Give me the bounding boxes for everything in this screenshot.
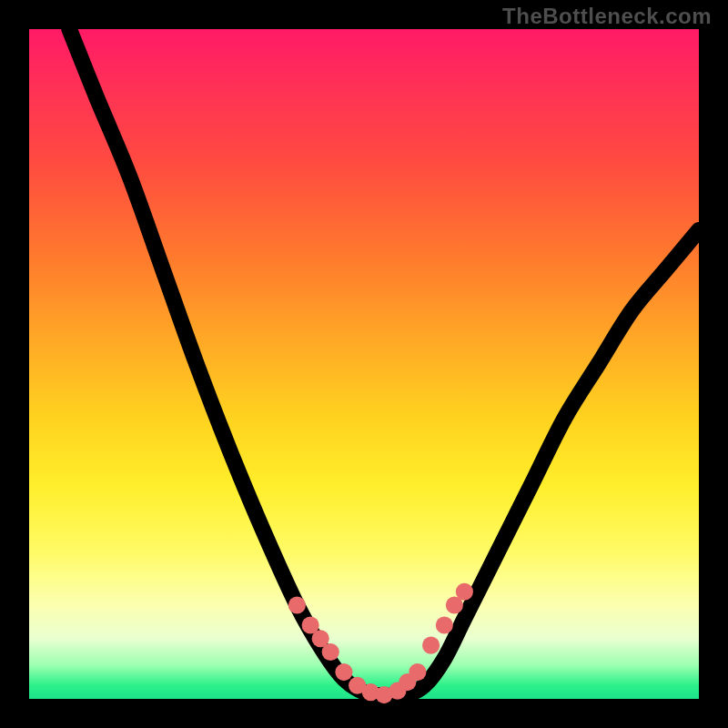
watermark-text: TheBottleneck.com [502, 4, 712, 29]
plot-area [29, 29, 699, 699]
highlight-dot [422, 637, 440, 654]
highlight-dot [288, 596, 306, 613]
bottleneck-curve-path [69, 29, 699, 696]
highlight-dot [456, 583, 473, 601]
curve-svg [29, 29, 699, 699]
highlight-dot [436, 616, 453, 633]
highlight-dot [409, 663, 426, 681]
highlight-dot [335, 663, 352, 681]
highlight-dot [322, 643, 339, 661]
chart-frame: TheBottleneck.com [0, 0, 728, 728]
